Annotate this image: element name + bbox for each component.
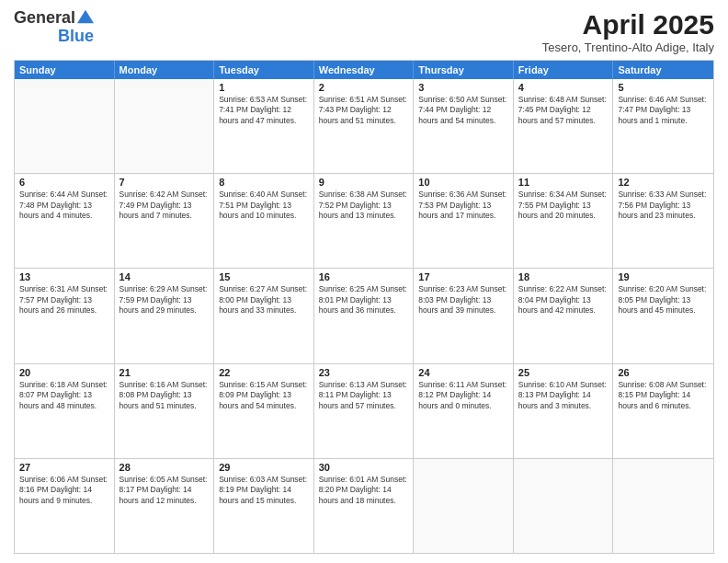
day-number: 15 <box>219 271 309 282</box>
cell-info: Sunrise: 6:51 AM Sunset: 7:43 PM Dayligh… <box>319 95 409 126</box>
calendar-cell-3-3: 23Sunrise: 6:13 AM Sunset: 8:11 PM Dayli… <box>314 364 415 458</box>
calendar-row-3: 20Sunrise: 6:18 AM Sunset: 8:07 PM Dayli… <box>15 363 713 458</box>
cell-info: Sunrise: 6:29 AM Sunset: 7:59 PM Dayligh… <box>119 284 210 316</box>
day-number: 20 <box>19 367 109 378</box>
day-number: 8 <box>219 177 309 188</box>
calendar-cell-0-0 <box>15 79 115 173</box>
calendar-cell-1-3: 9Sunrise: 6:38 AM Sunset: 7:52 PM Daylig… <box>314 174 415 268</box>
cell-info: Sunrise: 6:23 AM Sunset: 8:03 PM Dayligh… <box>418 284 508 316</box>
calendar-cell-0-6: 5Sunrise: 6:46 AM Sunset: 7:47 PM Daylig… <box>613 79 713 173</box>
weekday-header-thursday: Thursday <box>414 61 514 79</box>
calendar-cell-2-0: 13Sunrise: 6:31 AM Sunset: 7:57 PM Dayli… <box>15 269 115 362</box>
cell-info: Sunrise: 6:25 AM Sunset: 8:01 PM Dayligh… <box>319 284 409 316</box>
calendar-cell-0-4: 3Sunrise: 6:50 AM Sunset: 7:44 PM Daylig… <box>414 79 514 173</box>
calendar-cell-1-5: 11Sunrise: 6:34 AM Sunset: 7:55 PM Dayli… <box>514 174 614 268</box>
day-number: 21 <box>119 367 210 378</box>
calendar-cell-3-4: 24Sunrise: 6:11 AM Sunset: 8:12 PM Dayli… <box>414 364 514 458</box>
cell-info: Sunrise: 6:13 AM Sunset: 8:11 PM Dayligh… <box>319 380 409 411</box>
cell-info: Sunrise: 6:11 AM Sunset: 8:12 PM Dayligh… <box>418 380 508 411</box>
day-number: 25 <box>518 367 609 378</box>
day-number: 24 <box>418 367 508 378</box>
calendar-cell-3-6: 26Sunrise: 6:08 AM Sunset: 8:15 PM Dayli… <box>613 364 713 458</box>
cell-info: Sunrise: 6:06 AM Sunset: 8:16 PM Dayligh… <box>19 475 109 506</box>
cell-info: Sunrise: 6:15 AM Sunset: 8:09 PM Dayligh… <box>219 380 309 411</box>
day-number: 26 <box>618 367 709 378</box>
calendar: SundayMondayTuesdayWednesdayThursdayFrid… <box>14 60 714 554</box>
day-number: 29 <box>219 462 309 473</box>
calendar-cell-2-2: 15Sunrise: 6:27 AM Sunset: 8:00 PM Dayli… <box>214 269 314 362</box>
calendar-cell-1-1: 7Sunrise: 6:42 AM Sunset: 7:49 PM Daylig… <box>115 174 215 268</box>
calendar-row-1: 6Sunrise: 6:44 AM Sunset: 7:48 PM Daylig… <box>15 173 713 268</box>
day-number: 23 <box>319 367 409 378</box>
calendar-row-2: 13Sunrise: 6:31 AM Sunset: 7:57 PM Dayli… <box>15 268 713 362</box>
calendar-cell-4-3: 30Sunrise: 6:01 AM Sunset: 8:20 PM Dayli… <box>314 459 415 553</box>
cell-info: Sunrise: 6:38 AM Sunset: 7:52 PM Dayligh… <box>319 190 409 221</box>
month-title: April 2025 <box>542 9 714 40</box>
header: General Blue April 2025 Tesero, Trentino… <box>14 9 714 54</box>
calendar-cell-3-5: 25Sunrise: 6:10 AM Sunset: 8:13 PM Dayli… <box>514 364 614 458</box>
calendar-row-0: 1Sunrise: 6:53 AM Sunset: 7:41 PM Daylig… <box>15 79 713 173</box>
calendar-cell-0-1 <box>115 79 215 173</box>
day-number: 4 <box>518 82 609 93</box>
day-number: 18 <box>518 271 609 282</box>
calendar-cell-2-1: 14Sunrise: 6:29 AM Sunset: 7:59 PM Dayli… <box>115 269 215 362</box>
cell-info: Sunrise: 6:16 AM Sunset: 8:08 PM Dayligh… <box>119 380 210 411</box>
cell-info: Sunrise: 6:01 AM Sunset: 8:20 PM Dayligh… <box>319 475 409 506</box>
calendar-cell-4-4 <box>414 459 514 553</box>
page: General Blue April 2025 Tesero, Trentino… <box>0 0 728 563</box>
day-number: 5 <box>618 82 709 93</box>
cell-info: Sunrise: 6:20 AM Sunset: 8:05 PM Dayligh… <box>618 284 709 316</box>
calendar-cell-4-0: 27Sunrise: 6:06 AM Sunset: 8:16 PM Dayli… <box>15 459 115 553</box>
cell-info: Sunrise: 6:27 AM Sunset: 8:00 PM Dayligh… <box>219 284 309 316</box>
cell-info: Sunrise: 6:42 AM Sunset: 7:49 PM Dayligh… <box>119 190 210 221</box>
cell-info: Sunrise: 6:36 AM Sunset: 7:53 PM Dayligh… <box>418 190 508 221</box>
day-number: 11 <box>518 177 609 188</box>
day-number: 12 <box>618 177 709 188</box>
day-number: 16 <box>319 271 409 282</box>
day-number: 30 <box>319 462 409 473</box>
calendar-cell-3-0: 20Sunrise: 6:18 AM Sunset: 8:07 PM Dayli… <box>15 364 115 458</box>
calendar-cell-1-4: 10Sunrise: 6:36 AM Sunset: 7:53 PM Dayli… <box>414 174 514 268</box>
calendar-header: SundayMondayTuesdayWednesdayThursdayFrid… <box>15 61 713 79</box>
weekday-header-tuesday: Tuesday <box>214 61 314 79</box>
calendar-cell-4-6 <box>613 459 713 553</box>
calendar-cell-1-0: 6Sunrise: 6:44 AM Sunset: 7:48 PM Daylig… <box>15 174 115 268</box>
cell-info: Sunrise: 6:10 AM Sunset: 8:13 PM Dayligh… <box>518 380 609 411</box>
cell-info: Sunrise: 6:50 AM Sunset: 7:44 PM Dayligh… <box>418 95 508 126</box>
cell-info: Sunrise: 6:34 AM Sunset: 7:55 PM Dayligh… <box>518 190 609 221</box>
calendar-cell-0-5: 4Sunrise: 6:48 AM Sunset: 7:45 PM Daylig… <box>514 79 614 173</box>
svg-marker-0 <box>77 10 94 23</box>
weekday-header-friday: Friday <box>514 61 614 79</box>
day-number: 27 <box>19 462 109 473</box>
logo-icon <box>77 8 94 25</box>
day-number: 10 <box>418 177 508 188</box>
day-number: 6 <box>19 177 109 188</box>
day-number: 14 <box>119 271 210 282</box>
day-number: 2 <box>319 82 409 93</box>
cell-info: Sunrise: 6:33 AM Sunset: 7:56 PM Dayligh… <box>618 190 709 221</box>
calendar-cell-3-1: 21Sunrise: 6:16 AM Sunset: 8:08 PM Dayli… <box>115 364 215 458</box>
cell-info: Sunrise: 6:46 AM Sunset: 7:47 PM Dayligh… <box>618 95 709 126</box>
day-number: 22 <box>219 367 309 378</box>
logo-general-text: General <box>14 9 75 28</box>
cell-info: Sunrise: 6:44 AM Sunset: 7:48 PM Dayligh… <box>19 190 109 221</box>
logo-blue-text: Blue <box>58 28 94 46</box>
day-number: 19 <box>618 271 709 282</box>
logo: General Blue <box>14 9 94 46</box>
day-number: 9 <box>319 177 409 188</box>
calendar-cell-0-3: 2Sunrise: 6:51 AM Sunset: 7:43 PM Daylig… <box>314 79 415 173</box>
weekday-header-wednesday: Wednesday <box>314 61 415 79</box>
location: Tesero, Trentino-Alto Adige, Italy <box>542 40 714 54</box>
cell-info: Sunrise: 6:48 AM Sunset: 7:45 PM Dayligh… <box>518 95 609 126</box>
calendar-cell-2-4: 17Sunrise: 6:23 AM Sunset: 8:03 PM Dayli… <box>414 269 514 362</box>
title-block: April 2025 Tesero, Trentino-Alto Adige, … <box>542 9 714 54</box>
calendar-body: 1Sunrise: 6:53 AM Sunset: 7:41 PM Daylig… <box>15 79 713 553</box>
cell-info: Sunrise: 6:08 AM Sunset: 8:15 PM Dayligh… <box>618 380 709 411</box>
weekday-header-sunday: Sunday <box>15 61 115 79</box>
weekday-header-saturday: Saturday <box>613 61 713 79</box>
day-number: 3 <box>418 82 508 93</box>
day-number: 13 <box>19 271 109 282</box>
day-number: 17 <box>418 271 508 282</box>
calendar-cell-3-2: 22Sunrise: 6:15 AM Sunset: 8:09 PM Dayli… <box>214 364 314 458</box>
cell-info: Sunrise: 6:03 AM Sunset: 8:19 PM Dayligh… <box>219 475 309 506</box>
